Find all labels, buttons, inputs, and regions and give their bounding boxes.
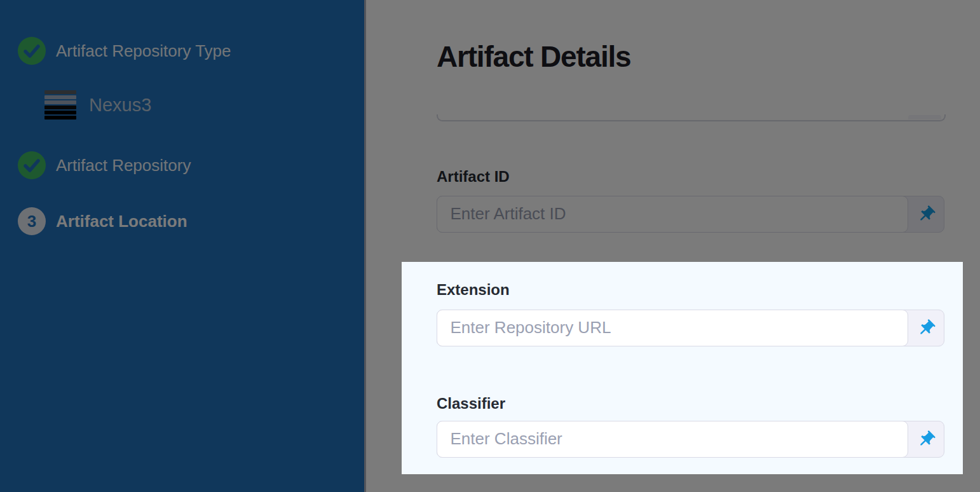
section-divider-end-cap — [908, 115, 941, 120]
step-label: Artifact Location — [56, 213, 187, 229]
pin-button[interactable] — [913, 202, 939, 227]
classifier-input-group — [437, 421, 944, 458]
pin-icon — [916, 318, 936, 338]
classifier-input[interactable] — [437, 421, 908, 458]
pin-icon — [916, 430, 936, 449]
classifier-label: Classifier — [437, 396, 505, 411]
step-label: Artifact Repository — [56, 157, 191, 174]
sidebar-step-artifact-location[interactable]: 3 Artifact Location — [18, 207, 187, 235]
pin-button[interactable] — [913, 315, 939, 341]
sidebar-step-artifact-repository[interactable]: Artifact Repository — [18, 151, 191, 179]
step-number-badge: 3 — [18, 207, 46, 235]
extension-input[interactable] — [437, 310, 908, 346]
section-divider — [437, 114, 946, 121]
sidebar-step-artifact-repository-type[interactable]: Artifact Repository Type — [18, 37, 231, 65]
check-circle-icon — [18, 151, 46, 179]
pin-button[interactable] — [913, 427, 939, 452]
artifact-id-input[interactable] — [437, 196, 908, 233]
nexus3-logo-icon — [44, 90, 76, 120]
check-circle-icon — [18, 37, 46, 65]
pin-icon — [916, 205, 936, 224]
page-title: Artifact Details — [437, 42, 630, 71]
selected-repository-type-label: Nexus3 — [89, 96, 151, 114]
artifact-id-input-group — [437, 196, 944, 233]
extension-label: Extension — [437, 282, 510, 297]
step-label: Artifact Repository Type — [56, 43, 231, 59]
sidebar-divider — [364, 0, 366, 492]
sidebar-selected-repository-type[interactable]: Nexus3 — [44, 90, 151, 120]
extension-input-group — [437, 310, 944, 346]
artifact-id-label: Artifact ID — [437, 169, 510, 184]
wizard-sidebar: Artifact Repository Type Nexus3 Artifact… — [0, 0, 364, 492]
